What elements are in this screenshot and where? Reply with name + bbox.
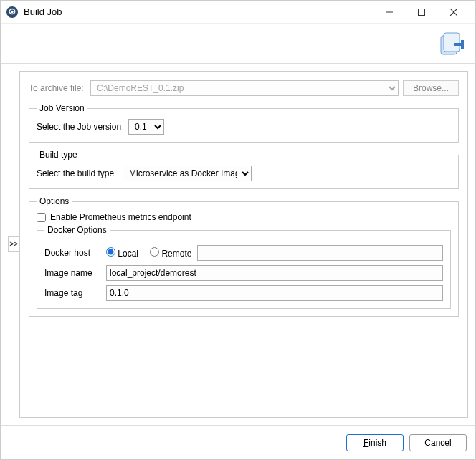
expander-area: >> bbox=[8, 71, 19, 418]
svg-rect-7 bbox=[461, 40, 464, 49]
main-panel: To archive file: C:\DemoREST_0.1.zip Bro… bbox=[19, 71, 468, 418]
titlebar: ⦿ Build Job bbox=[1, 1, 475, 24]
image-tag-label: Image tag bbox=[44, 288, 100, 298]
minimize-button[interactable] bbox=[373, 1, 405, 23]
job-version-group: Job Version Select the Job version 0.1 bbox=[29, 103, 459, 143]
cancel-button[interactable]: Cancel bbox=[409, 434, 467, 451]
docker-host-radiogroup: Local Remote bbox=[106, 247, 191, 259]
job-version-legend: Job Version bbox=[37, 103, 87, 113]
dialog-body: >> To archive file: C:\DemoREST_0.1.zip … bbox=[1, 64, 475, 425]
image-tag-input[interactable] bbox=[106, 285, 443, 301]
window-title: Build Job bbox=[24, 6, 373, 17]
build-type-group: Build type Select the build type Microse… bbox=[29, 150, 459, 189]
docker-host-remote-option[interactable]: Remote bbox=[150, 247, 191, 259]
docker-options-legend: Docker Options bbox=[44, 225, 110, 235]
banner bbox=[1, 24, 475, 64]
build-type-label: Select the build type bbox=[37, 168, 117, 178]
docker-host-remote-radio[interactable] bbox=[150, 247, 159, 257]
spacer bbox=[29, 324, 459, 408]
docker-options-group: Docker Options Docker host Local Remote bbox=[37, 225, 451, 309]
minimize-icon bbox=[386, 9, 393, 16]
archive-file-combo[interactable]: C:\DemoREST_0.1.zip bbox=[90, 80, 399, 96]
app-icon: ⦿ bbox=[6, 6, 18, 18]
maximize-icon bbox=[418, 9, 425, 16]
archive-label: To archive file: bbox=[29, 83, 86, 93]
prometheus-checkbox[interactable] bbox=[37, 213, 46, 222]
docker-host-local-option[interactable]: Local bbox=[106, 247, 138, 259]
browse-button[interactable]: Browse... bbox=[403, 80, 459, 96]
options-legend: Options bbox=[37, 196, 72, 206]
docker-host-label: Docker host bbox=[44, 248, 100, 258]
docker-host-input[interactable] bbox=[197, 245, 443, 261]
svg-rect-5 bbox=[444, 33, 460, 52]
job-version-select[interactable]: 0.1 bbox=[128, 119, 164, 135]
close-button[interactable] bbox=[437, 1, 470, 23]
close-icon bbox=[450, 9, 457, 16]
image-name-input[interactable] bbox=[106, 265, 443, 281]
prometheus-label[interactable]: Enable Prometheus metrics endpoint bbox=[50, 212, 191, 222]
job-version-label: Select the Job version bbox=[37, 122, 123, 132]
maximize-button[interactable] bbox=[405, 1, 437, 23]
options-group: Options Enable Prometheus metrics endpoi… bbox=[29, 196, 459, 317]
svg-rect-1 bbox=[418, 9, 424, 15]
build-type-select[interactable]: Microservice as Docker Image bbox=[123, 166, 252, 181]
archive-row: To archive file: C:\DemoREST_0.1.zip Bro… bbox=[29, 80, 459, 96]
dialog-window: ⦿ Build Job >> To archive file: C:\De bbox=[0, 0, 476, 460]
wizard-icon bbox=[437, 29, 467, 59]
docker-host-local-radio[interactable] bbox=[106, 247, 115, 257]
footer: Finish Cancel bbox=[1, 425, 475, 459]
image-name-label: Image name bbox=[44, 268, 100, 278]
build-type-legend: Build type bbox=[37, 150, 80, 160]
finish-button[interactable]: Finish bbox=[346, 434, 404, 451]
expand-button[interactable]: >> bbox=[8, 236, 19, 252]
